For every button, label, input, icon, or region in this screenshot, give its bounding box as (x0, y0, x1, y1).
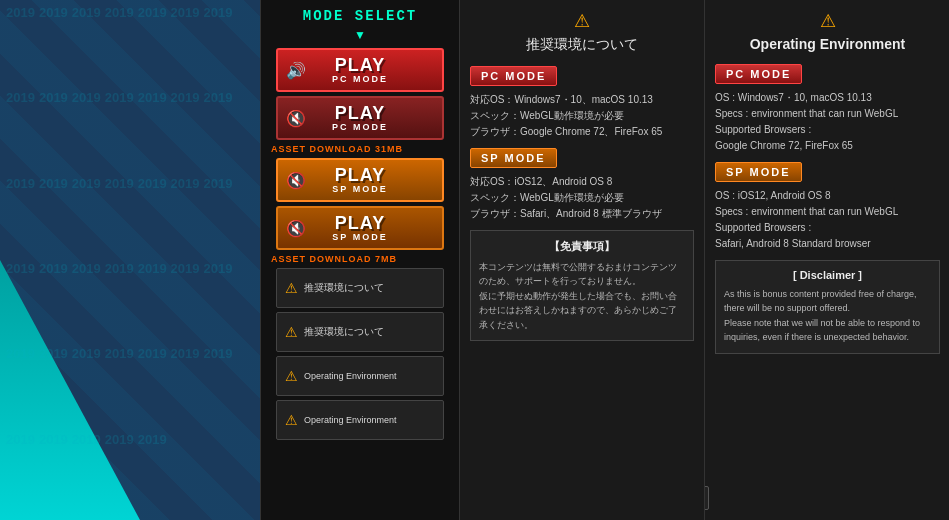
mode-text-1: PC MODE (332, 74, 388, 84)
jp-disclaimer-text: 本コンテンツは無料で公開するおまけコンテンツのため、サポートを行っておりません。… (479, 260, 685, 332)
recommended-env-button-1[interactable]: ⚠ 推奨環境について (276, 268, 444, 308)
mode-select-title: MODE SELECT (303, 8, 417, 24)
warning-label-4: Operating Environment (304, 415, 397, 426)
play-pc-mode-button-1[interactable]: 🔊 PLAY PC MODE (276, 48, 444, 92)
warning-icon-3: ⚠ (285, 368, 298, 384)
speaker-muted-icon: 🔇 (286, 109, 306, 128)
left-panel: 20192019201920192019 2019201920192019201… (0, 0, 260, 520)
jp-warning-triangle-icon: ⚠ (574, 10, 590, 32)
speaker-muted-icon-3: 🔇 (286, 219, 306, 238)
play-text-4: PLAY (335, 214, 385, 232)
warning-label-3: Operating Environment (304, 371, 397, 382)
jp-disclaimer-title: 【免責事項】 (479, 239, 685, 254)
jp-sp-mode-badge: SP MODE (470, 148, 557, 168)
play-text-1: PLAY (335, 56, 385, 74)
close-button[interactable]: ✕ (705, 486, 709, 510)
en-panel: ⚠ Operating Environment PC MODE OS : Win… (705, 0, 949, 520)
warning-icon-2: ⚠ (285, 324, 298, 340)
asset-download-label-1: ASSET DOWNLOAD 31MB (271, 144, 403, 154)
btn-label-sp1: PLAY SP MODE (332, 166, 387, 194)
speaker-icon: 🔊 (286, 61, 306, 80)
play-sp-mode-button-1[interactable]: 🔇 PLAY SP MODE (276, 158, 444, 202)
en-disclaimer-text: As this is bonus content provided free o… (724, 287, 931, 345)
en-pc-mode-badge: PC MODE (715, 64, 802, 84)
jp-disclaimer-box: 【免責事項】 本コンテンツは無料で公開するおまけコンテンツのため、サポートを行っ… (470, 230, 694, 341)
warning-label-2: 推奨環境について (304, 326, 384, 338)
jp-header: ⚠ 推奨環境について (470, 10, 694, 54)
en-pc-mode-text: OS : Windows7・10, macOS 10.13 Specs : en… (715, 90, 940, 154)
asset-download-label-2: ASSET DOWNLOAD 7MB (271, 254, 397, 264)
warning-icon-4: ⚠ (285, 412, 298, 428)
mode-text-2: PC MODE (332, 122, 388, 132)
mode-text-4: SP MODE (332, 232, 387, 242)
chevron-down-icon: ▼ (354, 28, 366, 42)
jp-sp-mode-text: 対応OS：iOS12、Android OS 8 スペック：WebGL動作環境が必… (470, 174, 694, 222)
jp-panel-title: 推奨環境について (526, 36, 638, 54)
warning-label-1: 推奨環境について (304, 282, 384, 294)
play-text-3: PLAY (335, 166, 385, 184)
play-pc-mode-button-2[interactable]: 🔇 PLAY PC MODE (276, 96, 444, 140)
jp-pc-mode-text: 対応OS：Windows7・10、macOS 10.13 スペック：WebGL動… (470, 92, 694, 140)
jp-pc-mode-badge: PC MODE (470, 66, 557, 86)
operating-env-button-1[interactable]: ⚠ Operating Environment (276, 356, 444, 396)
en-disclaimer-title: [ Disclaimer ] (724, 269, 931, 281)
play-text-2: PLAY (335, 104, 385, 122)
btn-label-sp2: PLAY SP MODE (332, 214, 387, 242)
middle-panel: MODE SELECT ▼ 🔊 PLAY PC MODE 🔇 PLAY PC M… (260, 0, 460, 520)
warning-icon-1: ⚠ (285, 280, 298, 296)
en-panel-title: Operating Environment (750, 36, 906, 52)
en-disclaimer-box: [ Disclaimer ] As this is bonus content … (715, 260, 940, 354)
en-sp-mode-badge: SP MODE (715, 162, 802, 182)
operating-env-button-2[interactable]: ⚠ Operating Environment (276, 400, 444, 440)
play-sp-mode-button-2[interactable]: 🔇 PLAY SP MODE (276, 206, 444, 250)
mode-text-3: SP MODE (332, 184, 387, 194)
speaker-muted-icon-2: 🔇 (286, 171, 306, 190)
btn-label-pc2: PLAY PC MODE (332, 104, 388, 132)
en-sp-mode-text: OS : iOS12, Android OS 8 Specs : environ… (715, 188, 940, 252)
jp-panel: ⚠ 推奨環境について PC MODE 対応OS：Windows7・10、macO… (460, 0, 705, 520)
en-warning-triangle-icon: ⚠ (820, 10, 836, 32)
recommended-env-button-2[interactable]: ⚠ 推奨環境について (276, 312, 444, 352)
right-area: ⚠ 推奨環境について PC MODE 対応OS：Windows7・10、macO… (460, 0, 949, 520)
en-header: ⚠ Operating Environment (715, 10, 940, 52)
btn-label-pc1: PLAY PC MODE (332, 56, 388, 84)
